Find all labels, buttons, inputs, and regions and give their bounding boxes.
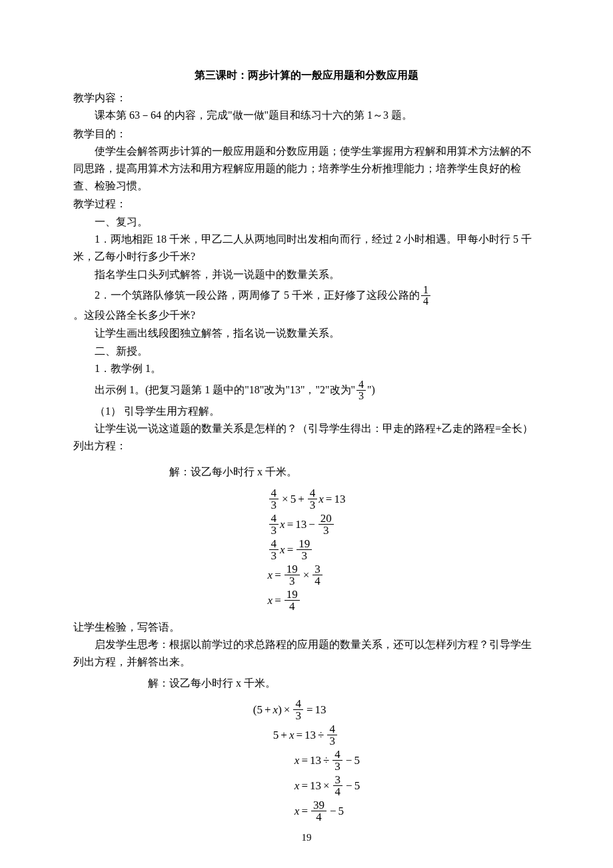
- eq2-line-3: x =13 ÷ 43 −5: [253, 749, 360, 772]
- heading-purpose: 教学目的：: [73, 125, 540, 143]
- ex1-pre: 出示例 1。(把复习题第 1 题中的"18"改为"13"，"2"改为": [95, 381, 355, 399]
- eq-line-1: 43 ×5 + 43 x =13: [268, 487, 346, 511]
- eq2-line-2: 5 + x =13 ÷ 43: [253, 723, 360, 747]
- eq-line-3: 43 x = 193: [268, 538, 346, 561]
- eq-line-5: x = 194: [268, 589, 346, 612]
- equation-block-1: 43 ×5 + 43 x =13 43 x =13 − 203 43 x = 1…: [268, 487, 346, 612]
- section-review: 一、复习。: [73, 213, 540, 231]
- lesson-title: 第三课时：两步计算的一般应用题和分数应用题: [73, 67, 540, 84]
- question-2-note: 让学生画出线段图独立解答，指名说一说数量关系。: [73, 325, 540, 342]
- eq2-line-1: (5 + x) × 43 =13: [253, 698, 360, 721]
- page-number: 19: [73, 829, 540, 845]
- fraction-4-3: 4 3: [356, 379, 366, 401]
- equation-block-2: (5 + x) × 43 =13 5 + x =13 ÷ 43 x =13 ÷ …: [253, 698, 360, 823]
- think-text: 启发学生思考：根据以前学过的求总路程的应用题的数量关系，还可以怎样列方程？引导学…: [73, 636, 540, 670]
- heading-content: 教学内容：: [73, 89, 540, 107]
- content-line: 课本第 63－64 的内容，完成"做一做"题目和练习十六的第 1～3 题。: [73, 107, 540, 124]
- heading-process: 教学过程：: [73, 195, 540, 213]
- eq2-line-4: x =13 × 34 −5: [253, 774, 360, 797]
- eq2-line-5: x = 394 −5: [253, 799, 360, 823]
- question-1-note: 指名学生口头列式解答，并说一说题中的数量关系。: [73, 266, 540, 283]
- solve-setup-2: 解：设乙每小时行 x 千米。: [73, 675, 540, 692]
- section-new: 二、新授。: [73, 343, 540, 360]
- q2-pre: 2．一个筑路队修筑一段公路，两周修了 5 千米，正好修了这段公路的: [95, 287, 420, 304]
- step-1: （1） 引导学生用方程解。: [73, 403, 540, 420]
- purpose-text: 使学生会解答两步计算的一般应用题和分数应用题；使学生掌握用方程解和用算术方法解的…: [73, 143, 540, 194]
- check-text: 让学生检验，写答语。: [73, 619, 540, 636]
- section-new-1: 1．教学例 1。: [73, 360, 540, 377]
- eq-line-4: x = 193 × 34: [268, 563, 346, 587]
- question-2: 2．一个筑路队修筑一段公路，两周修了 5 千米，正好修了这段公路的 1 4 。这…: [73, 285, 540, 324]
- eq-line-2: 43 x =13 − 203: [268, 513, 346, 536]
- example-1-intro: 出示例 1。(把复习题第 1 题中的"18"改为"13"，"2"改为" 4 3 …: [73, 379, 375, 401]
- q2-post: 。这段公路全长多少千米?: [73, 307, 195, 324]
- step-1-text: 让学生说一说这道题的数量关系是怎样的？（引导学生得出：甲走的路程+乙走的路程=全…: [73, 420, 540, 454]
- solve-setup-1: 解：设乙每小时行 x 千米。: [73, 463, 540, 481]
- question-1: 1．两地相距 18 千米，甲乙二人从两地同时出发相向而行，经过 2 小时相遇。甲…: [73, 231, 540, 265]
- ex1-post: "): [367, 381, 375, 399]
- fraction-1-4: 1 4: [421, 285, 430, 307]
